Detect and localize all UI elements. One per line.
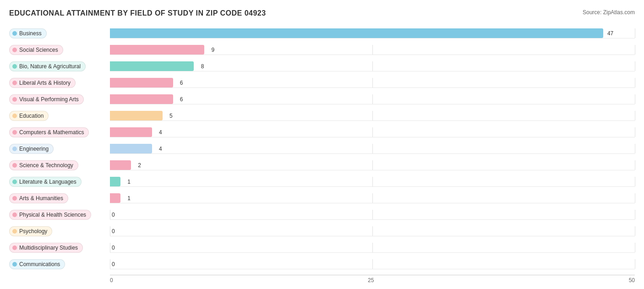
chart-title: EDUCATIONAL ATTAINMENT BY FIELD OF STUDY… [9, 9, 266, 17]
bar-row: Business47 [9, 26, 635, 41]
grid-line [372, 45, 373, 55]
bar-label: Computers & Mathematics [9, 127, 110, 137]
bar-label: Communications [9, 259, 110, 269]
grid-line [635, 94, 635, 104]
bar-track: 47 [110, 28, 635, 38]
label-text: Communications [19, 261, 60, 267]
label-dot [12, 31, 17, 36]
bar-track: 1 [110, 177, 635, 187]
label-text: Visual & Performing Arts [19, 96, 79, 103]
grid-line [635, 61, 635, 71]
bar-row: Science & Technology2 [9, 158, 635, 173]
label-text: Literature & Languages [19, 179, 76, 185]
bar-label: Engineering [9, 144, 110, 154]
grid-line [635, 259, 635, 269]
bar-fill: 1 [110, 177, 120, 186]
bar-track: 1 [110, 193, 635, 203]
grid-line [372, 193, 373, 203]
label-pill: Visual & Performing Arts [9, 94, 84, 104]
grid-line [372, 210, 373, 219]
label-text: Computers & Mathematics [19, 129, 84, 136]
bar-fill: 4 [110, 144, 152, 153]
bar-value-label: 5 [169, 113, 173, 119]
label-text: Education [19, 113, 44, 119]
grid-line [635, 45, 635, 55]
bar-value-label: 8 [201, 63, 204, 70]
label-text: Social Sciences [19, 47, 58, 53]
grid-line [372, 243, 373, 252]
bar-value-label: 4 [159, 146, 162, 152]
grid-line [372, 226, 373, 236]
bar-value-label: 6 [180, 80, 183, 86]
grid-line [635, 28, 635, 38]
grid-line [110, 243, 110, 252]
bar-label: Physical & Health Sciences [9, 210, 110, 220]
grid-line [372, 259, 373, 269]
bar-track: 4 [110, 127, 635, 137]
grid-line [372, 94, 373, 104]
bar-row: Social Sciences9 [9, 42, 635, 58]
bar-row: Engineering4 [9, 141, 635, 157]
bar-row: Education5 [9, 108, 635, 124]
bar-label: Science & Technology [9, 160, 110, 170]
label-dot [12, 97, 17, 102]
label-pill: Physical & Health Sciences [9, 210, 91, 220]
chart-area: Business47Social Sciences9Bio, Nature & … [9, 26, 635, 284]
label-text: Engineering [19, 146, 49, 152]
bar-row: Arts & Humanities1 [9, 191, 635, 206]
grid-line [110, 210, 110, 219]
label-dot [12, 81, 17, 85]
grid-line [635, 160, 635, 170]
grid-line [372, 160, 373, 170]
grid-line [635, 226, 635, 236]
grid-line [635, 144, 635, 153]
bar-value-label: 0 [112, 261, 115, 267]
bar-label: Social Sciences [9, 45, 110, 55]
label-dot [12, 245, 17, 250]
bar-row: Liberal Arts & History6 [9, 75, 635, 91]
label-dot [12, 48, 17, 52]
grid-line [372, 61, 373, 71]
label-text: Business [19, 30, 42, 37]
grid-line [635, 78, 635, 87]
bar-fill: 8 [110, 61, 194, 71]
label-pill: Business [9, 28, 47, 38]
grid-line [635, 177, 635, 186]
bar-value-label: 0 [112, 212, 115, 218]
grid-line [110, 259, 110, 269]
label-dot [12, 147, 17, 151]
bar-row: Visual & Performing Arts6 [9, 92, 635, 107]
bar-track: 6 [110, 78, 635, 88]
label-text: Psychology [19, 228, 47, 234]
bar-row: Psychology0 [9, 224, 635, 239]
bar-track: 9 [110, 45, 635, 55]
bar-label: Arts & Humanities [9, 193, 110, 203]
label-dot [12, 180, 17, 184]
label-pill: Engineering [9, 144, 54, 154]
bar-label: Multidisciplinary Studies [9, 243, 110, 253]
bar-row: Physical & Health Sciences0 [9, 207, 635, 223]
label-pill: Arts & Humanities [9, 193, 68, 203]
label-text: Science & Technology [19, 162, 73, 169]
label-pill: Liberal Arts & History [9, 78, 76, 88]
bar-fill: 5 [110, 111, 163, 120]
bar-row: Multidisciplinary Studies0 [9, 240, 635, 256]
label-pill: Literature & Languages [9, 177, 82, 187]
label-pill: Computers & Mathematics [9, 127, 89, 137]
bar-fill: 9 [110, 45, 204, 55]
label-dot [12, 64, 17, 69]
grid-line [372, 177, 373, 186]
bar-fill: 6 [110, 94, 173, 104]
label-dot [12, 163, 17, 168]
grid-line [635, 210, 635, 219]
x-axis-tick: 50 [629, 277, 635, 284]
bar-track: 8 [110, 61, 635, 71]
grid-line [635, 243, 635, 252]
chart-source: Source: ZipAtlas.com [583, 9, 635, 16]
grid-line [635, 193, 635, 203]
chart-container: EDUCATIONAL ATTAINMENT BY FIELD OF STUDY… [9, 9, 635, 284]
grid-line [635, 127, 635, 137]
label-pill: Communications [9, 259, 65, 269]
bar-value-label: 6 [180, 96, 183, 103]
bar-track: 6 [110, 94, 635, 104]
